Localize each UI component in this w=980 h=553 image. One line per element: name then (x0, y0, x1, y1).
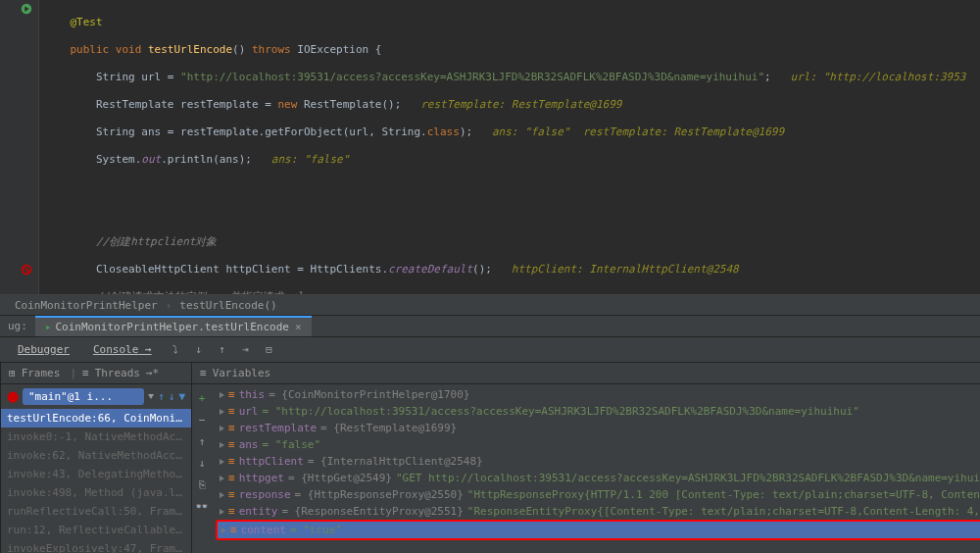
step-over-icon[interactable]: ⤵ (166, 340, 185, 360)
frame-item[interactable]: runReflectiveCall:50, Frameworkl (1, 502, 191, 521)
variable-name: url (239, 405, 259, 418)
up-icon[interactable]: ↑ (192, 431, 212, 451)
breadcrumb-class[interactable]: CoinMonitorPrintHelper (15, 299, 158, 312)
glasses-icon[interactable]: 👓 (192, 496, 212, 516)
method-name: testUrlEncode (148, 43, 232, 56)
variable-name: this (239, 388, 266, 401)
copy-icon[interactable]: ⎘ (192, 475, 212, 494)
variable-value: = "false" (263, 438, 321, 451)
inline-value: url: "http://localhost:3953 (791, 71, 966, 83)
breadcrumb-method[interactable]: testUrlEncode() (179, 299, 276, 312)
threads-icon: ≡ (82, 367, 89, 379)
variable-icon: ≡ (228, 455, 235, 468)
variable-value: = {HttpGet@2549} (288, 472, 392, 484)
frame-item[interactable]: invokeExplosively:47, Framework (1, 539, 191, 553)
variables-panel: ≡ Variables + − ↑ ↓ ⎘ 👓 ≡this = {CoinMon… (192, 363, 980, 553)
variable-value: = {CoinMonitorPrintHelper@1700} (269, 388, 469, 401)
frame-item[interactable]: run:12, ReflectiveCallable (org.ju (1, 521, 191, 539)
code-editor[interactable]: @Test public void testUrlEncode() throws… (0, 0, 980, 294)
expand-arrow-icon[interactable] (220, 409, 224, 415)
frame-item[interactable]: invoke:43, DelegatingMethodAcc (1, 465, 191, 483)
expand-arrow-icon[interactable] (220, 442, 224, 448)
variable-item[interactable]: ≡response = {HttpResponseProxy@2550} "Ht… (216, 486, 980, 503)
variable-item[interactable]: ≡entity = {ResponseEntityProxy@2551} "Re… (216, 503, 980, 520)
down-icon[interactable]: ↓ (192, 453, 212, 473)
debugger-subtab[interactable]: Debugger (8, 340, 79, 359)
frames-list: testUrlEncode:66, CoinMonitorP invoke0:-… (1, 409, 191, 553)
variable-item[interactable]: ≡content = "true" (216, 520, 980, 540)
expand-arrow-icon[interactable] (220, 392, 224, 398)
expand-arrow-icon[interactable] (220, 459, 224, 465)
frame-item[interactable]: invoke:62, NativeMethodAcces (1, 446, 191, 465)
variable-icon: ≡ (228, 505, 235, 518)
frame-item[interactable]: testUrlEncode:66, CoinMonitorP (1, 409, 191, 427)
variable-value: = {ResponseEntityProxy@2551} (281, 505, 463, 518)
frame-item[interactable]: invoke:498, Method (java.lang.re (1, 483, 191, 502)
prev-frame-icon[interactable]: ↑ (158, 390, 165, 403)
variable-value: = "true" (290, 524, 342, 536)
step-out-icon[interactable]: ↑ (213, 340, 232, 360)
expand-arrow-icon[interactable] (220, 476, 224, 481)
debug-tab[interactable]: ▸ CoinMonitorPrintHelper.testUrlEncode × (35, 316, 312, 336)
variable-name: httpget (239, 472, 284, 484)
next-frame-icon[interactable]: ↓ (169, 390, 175, 403)
debug-toolbar: Debugger Console → ⤵ ↓ ↑ ⇥ ⊟ (0, 337, 980, 363)
variable-item[interactable]: ≡httpget = {HttpGet@2549} "GET http://lo… (216, 470, 980, 486)
variable-icon: ≡ (230, 524, 237, 536)
variables-icon: ≡ (200, 367, 207, 379)
variables-list: ≡this = {CoinMonitorPrintHelper@1700}≡ur… (216, 384, 980, 540)
variable-item[interactable]: ≡url = "http://localhost:39531/access?ac… (216, 403, 980, 420)
breadcrumb[interactable]: CoinMonitorPrintHelper › testUrlEncode() (0, 294, 980, 316)
variable-item[interactable]: ≡ans = "false" (216, 436, 980, 453)
test-annotation: @Test (71, 16, 103, 28)
evaluate-icon[interactable]: ⊟ (260, 340, 279, 360)
frame-item[interactable]: invoke0:-1, NativeMethodAcces (1, 427, 191, 446)
funnel-icon[interactable]: ▼ (178, 390, 185, 403)
variable-name: ans (239, 438, 259, 451)
console-subtab[interactable]: Console → (83, 340, 162, 359)
run-to-cursor-icon[interactable]: ⇥ (236, 340, 256, 360)
variable-item[interactable]: ≡restTemplate = {RestTemplate@1699} (216, 420, 980, 436)
variable-name: httpClient (239, 455, 304, 468)
variable-name: restTemplate (239, 422, 317, 434)
variable-value: = {HttpResponseProxy@2550} (295, 488, 464, 501)
variable-icon: ≡ (228, 388, 235, 401)
chevron-right-icon: › (166, 299, 172, 312)
variable-name: response (239, 488, 291, 501)
expand-arrow-icon[interactable] (220, 509, 224, 515)
variable-icon: ≡ (228, 422, 235, 434)
variables-toolbar: + − ↑ ↓ ⎘ 👓 (192, 384, 214, 516)
svg-line-2 (24, 267, 30, 274)
frames-panel: ⊞ Frames | ≡ Threads →* ⬤ "main"@1 i... … (1, 363, 192, 553)
step-into-icon[interactable]: ↓ (189, 340, 209, 360)
editor-gutter (0, 0, 39, 294)
close-icon[interactable]: × (295, 321, 302, 333)
variable-item[interactable]: ≡httpClient = {InternalHttpClient@2548} (216, 453, 980, 470)
expand-arrow-icon[interactable] (220, 492, 224, 498)
tool-window-label: ug: (0, 320, 35, 332)
variable-name: entity (239, 505, 278, 518)
test-run-icon[interactable] (20, 2, 33, 16)
variable-value: = {RestTemplate@1699} (320, 422, 457, 434)
variable-value: = "http://localhost:39531/access?accessK… (263, 405, 859, 418)
thread-selector[interactable]: ⬤ "main"@1 i... ↑ ↓ ▼ (1, 384, 191, 409)
variables-header[interactable]: ≡ Variables (192, 363, 980, 384)
variable-item[interactable]: ≡this = {CoinMonitorPrintHelper@1700} (216, 386, 980, 403)
dropdown-icon[interactable] (148, 394, 154, 399)
variable-value: = {InternalHttpClient@2548} (308, 455, 483, 468)
pause-icon: ⬤ (7, 390, 19, 403)
frames-header[interactable]: ⊞ Frames | ≡ Threads →* (1, 363, 191, 384)
add-watch-icon[interactable]: + (192, 388, 212, 408)
variable-icon: ≡ (228, 405, 235, 418)
variable-name: content (241, 524, 286, 536)
frames-icon: ⊞ (9, 367, 16, 379)
variable-icon: ≡ (228, 488, 235, 501)
test-icon: ▸ (45, 321, 52, 333)
breakpoint-error-icon[interactable] (20, 263, 33, 276)
expand-arrow-icon[interactable] (220, 426, 224, 431)
remove-watch-icon[interactable]: − (192, 410, 212, 429)
variable-icon: ≡ (228, 438, 235, 451)
expand-arrow-icon[interactable] (221, 528, 226, 533)
debug-tab-bar: ug: ▸ CoinMonitorPrintHelper.testUrlEnco… (0, 316, 980, 337)
variable-icon: ≡ (228, 472, 235, 484)
